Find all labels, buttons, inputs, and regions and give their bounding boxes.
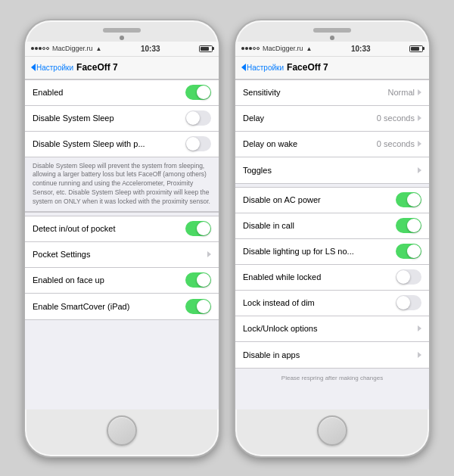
row-sensitivity[interactable]: Sensitivity Normal xyxy=(235,80,429,106)
description-left: Disable System Sleep will prevent the sy… xyxy=(25,157,219,212)
phone-left: MacDigger.ru ▲ 10:33 Настройки FaceOff 7… xyxy=(23,19,220,458)
row-detect-pocket: Detect in/out of pocket xyxy=(25,216,219,242)
label-disable-ac: Disable on AC power xyxy=(243,195,396,204)
label-face-up: Enabled on face up xyxy=(33,275,185,285)
row-delay-wake[interactable]: Delay on wake 0 seconds xyxy=(235,132,429,157)
label-pocket-settings: Pocket Settings xyxy=(33,250,207,259)
group2-right: Disable on AC power Disable in call Disa… xyxy=(235,187,429,369)
row-enabled-locked: Enabled while locked xyxy=(235,265,429,291)
value-delay: 0 seconds xyxy=(377,114,415,123)
phone-bottom-left xyxy=(107,409,137,456)
status-bar-left: MacDigger.ru ▲ 10:33 xyxy=(25,42,219,57)
label-disable-apps: Disable in apps xyxy=(243,350,418,359)
label-disable-sleep-prox: Disable System Sleep with p... xyxy=(33,139,185,148)
label-enabled-locked: Enabled while locked xyxy=(243,272,396,282)
screen-right: Sensitivity Normal Delay 0 seconds Delay… xyxy=(235,79,429,409)
toggle-disable-lighting[interactable] xyxy=(396,244,421,259)
back-button-right[interactable]: Настройки xyxy=(241,64,284,72)
chevron-sensitivity xyxy=(418,89,421,95)
row-face-up: Enabled on face up xyxy=(25,268,219,294)
status-left-left: MacDigger.ru ▲ xyxy=(31,45,101,52)
back-label-left: Настройки xyxy=(36,64,73,72)
time-right: 10:33 xyxy=(351,45,371,53)
nav-title-right: FaceOff 7 xyxy=(287,62,423,73)
label-lock-dim: Lock instead of dim xyxy=(243,298,396,307)
row-lock-unlock[interactable]: Lock/Unlock options xyxy=(235,316,429,342)
row-disable-sleep: Disable System Sleep xyxy=(25,106,219,132)
label-smartcover: Enable SmartCover (iPad) xyxy=(33,302,185,311)
home-button-right[interactable] xyxy=(317,415,347,446)
label-lock-unlock: Lock/Unlock options xyxy=(243,324,418,333)
toggle-enabled-locked[interactable] xyxy=(396,269,421,285)
carrier-left: MacDigger.ru xyxy=(52,45,93,52)
wifi-left: ▲ xyxy=(96,45,102,52)
back-chevron-right xyxy=(241,64,246,71)
row-pocket-settings[interactable]: Pocket Settings xyxy=(25,242,219,268)
group1-right: Sensitivity Normal Delay 0 seconds Delay… xyxy=(235,79,429,184)
screen-left: Enabled Disable System Sleep Disable Sys… xyxy=(25,79,219,409)
toggle-disable-sleep-prox[interactable] xyxy=(185,136,211,151)
battery-left xyxy=(199,45,213,52)
status-right-left xyxy=(199,45,213,52)
row-delay[interactable]: Delay 0 seconds xyxy=(235,106,429,132)
time-left: 10:33 xyxy=(141,45,160,53)
signal-left xyxy=(31,47,49,50)
back-label-right: Настройки xyxy=(247,64,284,72)
home-button-left[interactable] xyxy=(107,415,137,446)
row-smartcover: Enable SmartCover (iPad) xyxy=(25,294,219,319)
label-detect-pocket: Detect in/out of pocket xyxy=(33,224,185,233)
nav-bar-right: Настройки FaceOff 7 xyxy=(235,57,429,79)
camera-left xyxy=(120,36,124,40)
label-disable-call: Disable in call xyxy=(243,221,396,230)
wifi-right: ▲ xyxy=(306,45,313,52)
camera-right xyxy=(330,36,334,40)
label-enabled: Enabled xyxy=(33,88,185,97)
speaker-left xyxy=(103,28,141,33)
back-button-left[interactable]: Настройки xyxy=(31,64,73,72)
signal-right xyxy=(241,47,260,50)
label-delay-wake: Delay on wake xyxy=(243,139,377,148)
row-enabled: Enabled xyxy=(25,80,219,106)
label-sensitivity: Sensitivity xyxy=(243,88,388,97)
row-toggles[interactable]: Toggles xyxy=(235,157,429,183)
toggle-disable-ac[interactable] xyxy=(396,192,421,207)
group2-left: Detect in/out of pocket Pocket Settings … xyxy=(25,216,219,320)
row-disable-call: Disable in call xyxy=(235,213,429,239)
row-disable-lighting: Disable lighting up for LS no... xyxy=(235,239,429,265)
row-disable-apps[interactable]: Disable in apps xyxy=(235,342,429,368)
nav-bar-left: Настройки FaceOff 7 xyxy=(25,57,219,79)
toggle-smartcover[interactable] xyxy=(185,299,211,314)
value-delay-wake: 0 seconds xyxy=(377,139,415,148)
toggle-disable-call[interactable] xyxy=(396,218,421,233)
chevron-delay-wake xyxy=(418,141,421,147)
label-disable-lighting: Disable lighting up for LS no... xyxy=(243,247,396,256)
row-lock-dim: Lock instead of dim xyxy=(235,291,429,316)
battery-right xyxy=(409,45,423,52)
phone-right: MacDigger.ru ▲ 10:33 Настройки FaceOff 7… xyxy=(234,19,431,458)
chevron-toggles xyxy=(418,167,421,173)
toggle-face-up[interactable] xyxy=(185,272,211,288)
chevron-disable-apps xyxy=(418,352,421,358)
chevron-pocket-settings xyxy=(207,251,211,257)
label-delay: Delay xyxy=(243,114,377,123)
phone-top-right xyxy=(235,20,429,42)
toggle-detect-pocket[interactable] xyxy=(185,221,211,236)
row-disable-sleep-prox: Disable System Sleep with p... xyxy=(25,132,219,157)
status-bar-right: MacDigger.ru ▲ 10:33 xyxy=(235,42,429,57)
value-sensitivity: Normal xyxy=(388,88,415,97)
toggle-lock-dim[interactable] xyxy=(396,295,421,310)
speaker-right xyxy=(313,28,351,33)
chevron-lock-unlock xyxy=(418,325,421,331)
footer-right: Please respring after making changes xyxy=(235,372,429,384)
label-toggles: Toggles xyxy=(243,166,418,175)
chevron-delay xyxy=(418,115,421,121)
group1-left: Enabled Disable System Sleep Disable Sys… xyxy=(25,79,219,213)
toggle-disable-sleep[interactable] xyxy=(185,110,211,126)
nav-title-left: FaceOff 7 xyxy=(76,62,213,73)
phone-bottom-right xyxy=(317,409,347,456)
toggle-enabled[interactable] xyxy=(185,85,211,100)
back-chevron-left xyxy=(31,64,36,71)
row-disable-ac: Disable on AC power xyxy=(235,188,429,213)
phone-top-left xyxy=(25,20,219,42)
status-left-right: MacDigger.ru ▲ xyxy=(241,45,312,52)
